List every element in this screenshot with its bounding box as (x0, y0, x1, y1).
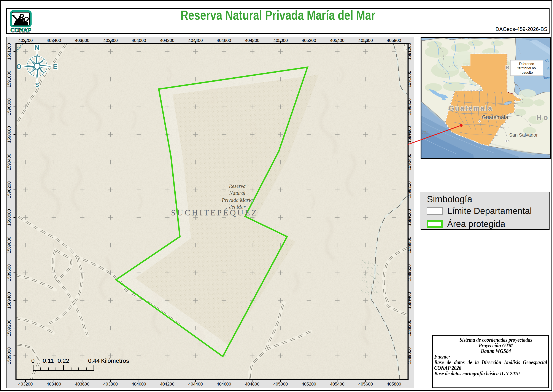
svg-text:Honduras: Honduras (536, 113, 550, 121)
svg-text:404400: 404400 (188, 382, 203, 386)
svg-text:405200: 405200 (302, 382, 316, 386)
svg-text:404400: 404400 (188, 38, 203, 43)
svg-text:1589400: 1589400 (407, 292, 412, 309)
svg-text:404200: 404200 (160, 382, 174, 386)
svg-text:405200: 405200 (302, 38, 316, 43)
svg-text:del Mar: del Mar (229, 204, 246, 210)
svg-text:405000: 405000 (273, 38, 288, 43)
svg-text:1590400: 1590400 (7, 154, 12, 170)
svg-text:403800: 403800 (103, 38, 118, 43)
svg-text:403200: 403200 (18, 382, 33, 386)
svg-text:1590000: 1590000 (7, 209, 12, 226)
svg-text:San Salvador: San Salvador (509, 132, 538, 138)
svg-text:1589600: 1589600 (407, 264, 412, 281)
svg-text:Hond: Hond (542, 76, 550, 80)
svg-text:405800: 405800 (387, 382, 401, 386)
svg-text:404600: 404600 (217, 382, 231, 386)
svg-text:Privada María: Privada María (222, 197, 253, 203)
svg-text:403400: 403400 (47, 38, 61, 43)
svg-text:1590000: 1590000 (407, 209, 412, 226)
svg-text:1590600: 1590600 (407, 126, 412, 143)
svg-text:1590800: 1590800 (407, 98, 412, 115)
svg-text:territorial no: territorial no (518, 66, 536, 70)
svg-text:403600: 403600 (75, 382, 90, 386)
svg-text:1589400: 1589400 (7, 292, 12, 309)
svg-text:1590200: 1590200 (7, 181, 12, 198)
svg-text:Gu: Gu (545, 58, 550, 63)
svg-text:0.22: 0.22 (58, 357, 69, 364)
svg-text:1590200: 1590200 (407, 181, 412, 198)
svg-text:0.11: 0.11 (43, 357, 54, 364)
svg-text:405600: 405600 (358, 382, 373, 386)
svg-text:404800: 404800 (245, 382, 259, 386)
svg-text:1589000: 1589000 (407, 347, 412, 364)
svg-text:404200: 404200 (160, 38, 174, 43)
svg-text:Reserva: Reserva (229, 183, 246, 189)
svg-text:1589200: 1589200 (7, 320, 12, 336)
svg-text:1589000: 1589000 (7, 347, 12, 364)
svg-text:Natural: Natural (229, 190, 245, 196)
svg-text:404800: 404800 (245, 38, 259, 43)
svg-text:404600: 404600 (217, 38, 231, 43)
svg-text:O: O (16, 63, 21, 70)
svg-text:Diferendo: Diferendo (519, 62, 534, 66)
svg-text:de: de (547, 67, 550, 71)
svg-text:1590800: 1590800 (7, 98, 12, 115)
svg-text:405800: 405800 (387, 38, 401, 43)
svg-text:405600: 405600 (358, 38, 373, 43)
svg-text:Guatemala: Guatemala (482, 114, 508, 120)
svg-text:Kilómetros: Kilómetros (101, 357, 129, 364)
svg-text:CONAP: CONAP (11, 26, 31, 34)
svg-text:1591200: 1591200 (7, 43, 12, 60)
svg-text:403200: 403200 (18, 38, 33, 43)
svg-text:404000: 404000 (131, 38, 146, 43)
svg-text:N: N (35, 44, 39, 51)
svg-text:403600: 403600 (75, 38, 90, 43)
svg-text:1589200: 1589200 (407, 320, 412, 336)
svg-text:1590600: 1590600 (7, 126, 12, 143)
svg-text:resuelto: resuelto (521, 71, 533, 74)
svg-text:405400: 405400 (330, 382, 345, 386)
svg-text:405400: 405400 (330, 38, 345, 43)
svg-text:1591000: 1591000 (7, 71, 12, 88)
svg-text:404000: 404000 (131, 382, 146, 386)
svg-text:1591200: 1591200 (407, 43, 412, 60)
svg-text:405000: 405000 (273, 382, 288, 386)
svg-text:0.44: 0.44 (88, 357, 100, 364)
svg-text:1589600: 1589600 (7, 264, 12, 281)
svg-text:403800: 403800 (103, 382, 118, 386)
svg-text:1589800: 1589800 (407, 237, 412, 253)
svg-text:E: E (53, 63, 57, 70)
svg-text:1589800: 1589800 (7, 237, 12, 253)
svg-text:721: 721 (422, 131, 428, 135)
svg-text:1590400: 1590400 (407, 154, 412, 170)
svg-text:1591000: 1591000 (407, 71, 412, 88)
svg-text:403400: 403400 (47, 382, 61, 386)
svg-text:0: 0 (31, 357, 35, 364)
svg-text:Guatemala: Guatemala (449, 104, 493, 112)
svg-text:S: S (35, 82, 39, 88)
